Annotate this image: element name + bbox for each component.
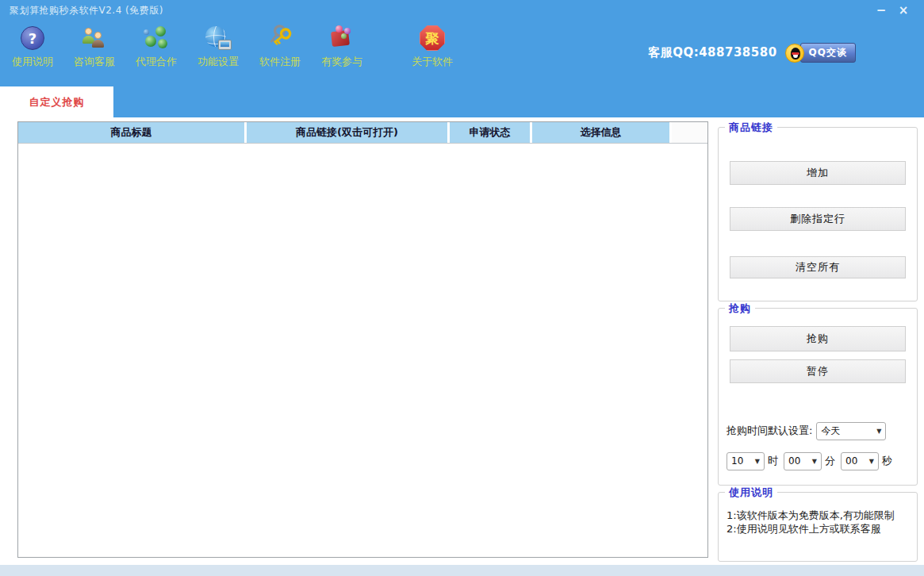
usage-help-line2: 2:使用说明见软件上方或联系客服	[727, 522, 911, 536]
toolbar-item-label: 代理合作	[136, 55, 177, 69]
usage-help-text: 1:该软件版本为免费版本,有功能限制 2:使用说明见软件上方或联系客服	[727, 509, 911, 536]
window-title: 聚划算抢购秒杀软件V2.4 (免费版)	[10, 4, 870, 17]
prize-icon	[328, 25, 355, 52]
software-register-icon	[266, 25, 293, 52]
qq-chat-button-label: QQ交谈	[800, 43, 856, 63]
minute-select[interactable]: 00 ▼	[784, 452, 822, 470]
toolbar-item-customer-service[interactable]: 咨询客服	[63, 21, 125, 69]
titlebar: 聚划算抢购秒杀软件V2.4 (免费版) − ×	[0, 0, 924, 21]
hour-select-value: 10	[731, 455, 743, 467]
hour-select[interactable]: 10 ▼	[727, 452, 765, 470]
qq-number-label: 客服QQ:488738580	[648, 45, 776, 60]
tab-label: 自定义抢购	[29, 95, 85, 109]
toolbar-item-label: 关于软件	[412, 55, 453, 69]
toolbar-item-software-register[interactable]: 软件注册	[249, 21, 311, 69]
toolbar: ? 使用说明 咨询客服 代理合作 功能设置	[0, 21, 924, 83]
minute-unit-label: 分	[825, 454, 835, 468]
about-icon: 聚	[419, 25, 446, 52]
product-table-body[interactable]	[18, 144, 707, 557]
column-header-select-info: 选择信息	[532, 122, 672, 143]
time-default-row: 抢购时间默认设置: 今天 ▼	[727, 421, 909, 440]
qq-chat-button[interactable]: QQ交谈	[785, 43, 856, 63]
hour-unit-label: 时	[768, 454, 778, 468]
usage-help-line1: 1:该软件版本为免费版本,有功能限制	[727, 509, 911, 522]
toolbar-item-label: 使用说明	[12, 55, 53, 69]
minute-select-value: 00	[788, 455, 800, 467]
agent-cooperation-icon	[143, 25, 170, 52]
group-product-link: 商品链接 增加 删除指定行 清空所有	[718, 127, 918, 301]
chevron-down-icon: ▼	[876, 428, 881, 435]
toolbar-item-label: 咨询客服	[74, 55, 115, 69]
toolbar-item-usage-help[interactable]: ? 使用说明	[2, 21, 63, 69]
chevron-down-icon: ▼	[869, 458, 874, 465]
minimize-button[interactable]: −	[870, 5, 892, 17]
column-header-product-link: 商品链接(双击可打开)	[247, 122, 450, 143]
add-button[interactable]: 增加	[730, 161, 906, 185]
toolbar-item-label: 软件注册	[259, 55, 301, 69]
product-table: 商品标题 商品链接(双击可打开) 申请状态 选择信息	[17, 121, 708, 558]
column-header-apply-status: 申请状态	[450, 122, 532, 143]
customer-service-icon	[81, 25, 108, 52]
tab-custom-buy[interactable]: 自定义抢购	[0, 86, 113, 117]
group-usage-help-title: 使用说明	[725, 486, 777, 500]
clear-all-button[interactable]: 清空所有	[730, 256, 906, 278]
buy-button[interactable]: 抢购	[730, 326, 906, 351]
product-table-header: 商品标题 商品链接(双击可打开) 申请状态 选择信息	[18, 122, 707, 144]
pause-button[interactable]: 暂停	[730, 359, 906, 383]
group-product-link-title: 商品链接	[725, 121, 777, 135]
qq-contact-area: 客服QQ:488738580 QQ交谈	[648, 43, 856, 63]
settings-icon	[205, 25, 232, 52]
help-icon: ?	[19, 25, 46, 52]
chevron-down-icon: ▼	[755, 458, 760, 465]
column-header-product-title: 商品标题	[18, 122, 247, 143]
toolbar-item-settings[interactable]: 功能设置	[187, 21, 249, 69]
column-header-spacer	[672, 122, 707, 143]
day-select-value: 今天	[821, 424, 840, 438]
day-select[interactable]: 今天 ▼	[816, 422, 886, 440]
app-window: 聚划算抢购秒杀软件V2.4 (免费版) − × ? 使用说明 咨询客服 代理合作	[0, 0, 924, 576]
group-buy-title: 抢购	[725, 301, 755, 316]
toolbar-item-label: 功能设置	[197, 55, 239, 69]
qq-penguin-icon	[785, 44, 804, 63]
tab-bar: 自定义抢购	[0, 83, 924, 117]
group-buy: 抢购 抢购 暂停 抢购时间默认设置: 今天 ▼ 10 ▼ 时 00 ▼	[718, 308, 918, 486]
second-select-value: 00	[845, 455, 857, 467]
window-bottom-strip	[0, 565, 924, 576]
main-content: 商品标题 商品链接(双击可打开) 申请状态 选择信息 商品链接 增加 删除指定行…	[0, 117, 924, 565]
toolbar-item-about[interactable]: 聚 关于软件	[401, 21, 463, 69]
toolbar-item-prize[interactable]: 有奖参与	[311, 21, 373, 69]
group-usage-help: 使用说明 1:该软件版本为免费版本,有功能限制 2:使用说明见软件上方或联系客服	[718, 492, 918, 562]
chevron-down-icon: ▼	[812, 458, 817, 465]
delete-row-button[interactable]: 删除指定行	[730, 207, 906, 231]
second-select[interactable]: 00 ▼	[841, 452, 879, 470]
time-hms-row: 10 ▼ 时 00 ▼ 分 00 ▼ 秒	[727, 451, 912, 470]
second-unit-label: 秒	[882, 454, 892, 468]
toolbar-item-agent-cooperation[interactable]: 代理合作	[125, 21, 187, 69]
time-default-label: 抢购时间默认设置:	[727, 424, 812, 438]
close-button[interactable]: ×	[892, 5, 914, 17]
toolbar-item-label: 有奖参与	[321, 55, 362, 69]
